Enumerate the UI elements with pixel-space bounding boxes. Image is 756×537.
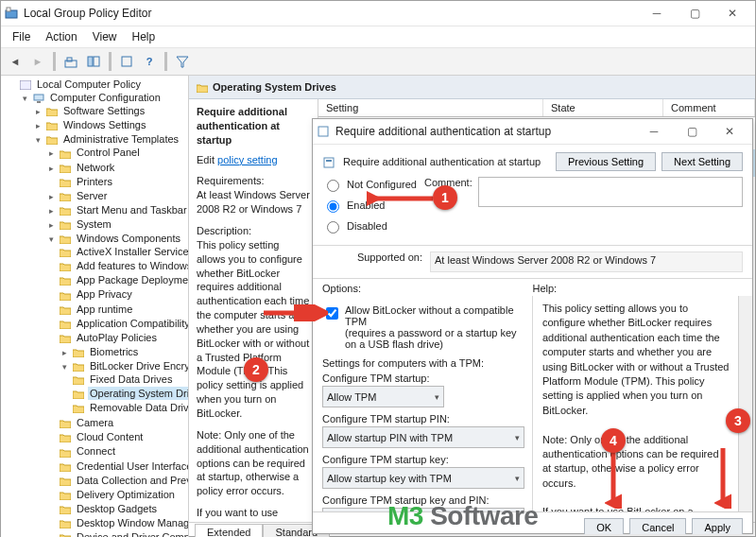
edit-link[interactable]: policy setting bbox=[217, 154, 278, 165]
previous-setting-button[interactable]: Previous Setting bbox=[556, 152, 656, 171]
tree-item[interactable]: Device and Driver Compatibility bbox=[58, 530, 186, 537]
comment-input[interactable] bbox=[478, 177, 743, 207]
window-buttons: ─ ▢ ✕ bbox=[638, 2, 751, 25]
tree-item[interactable]: ActiveX Installer Service bbox=[58, 245, 186, 259]
tree-item[interactable]: Cloud Content bbox=[58, 430, 186, 444]
tree-removable-drives[interactable]: Removable Data Drives bbox=[71, 401, 186, 415]
tree-item[interactable]: App runtime bbox=[58, 303, 186, 317]
help-label: Help: bbox=[533, 283, 744, 294]
tpm-startup-select[interactable]: Allow TPM▾ bbox=[322, 386, 444, 407]
dialog-close[interactable]: ✕ bbox=[711, 120, 748, 143]
tree-fixed-drives[interactable]: Fixed Data Drives bbox=[71, 372, 186, 387]
tree-item[interactable]: Add features to Windows 10 bbox=[58, 259, 186, 273]
col-comment[interactable]: Comment bbox=[663, 99, 755, 117]
menu-view[interactable]: View bbox=[87, 28, 123, 45]
svg-marker-7 bbox=[177, 57, 188, 67]
toolbar-sep3 bbox=[164, 52, 167, 71]
tree-pane[interactable]: Local Computer Policy ▾Computer Configur… bbox=[1, 76, 189, 537]
menubar: File Action View Help bbox=[1, 26, 755, 48]
tree-software-settings[interactable]: ▸Software Settings bbox=[31, 104, 186, 118]
tree-item[interactable]: ▸Biometrics bbox=[58, 345, 186, 359]
description-usb: If you want to use BitLocker on a comput… bbox=[197, 506, 310, 522]
tree-item[interactable]: Data Collection and Preview Builds bbox=[58, 474, 186, 488]
main-titlebar: Local Group Policy Editor ─ ▢ ✕ bbox=[1, 1, 755, 26]
tab-extended[interactable]: Extended bbox=[195, 524, 263, 537]
export-button[interactable] bbox=[116, 51, 137, 72]
menu-help[interactable]: Help bbox=[127, 28, 162, 45]
menu-file[interactable]: File bbox=[7, 28, 36, 45]
chevron-down-icon: ▾ bbox=[515, 433, 520, 442]
tree-item[interactable]: Connect bbox=[58, 444, 186, 459]
tree-printers[interactable]: Printers bbox=[44, 175, 186, 189]
folder-icon bbox=[197, 83, 208, 93]
up-button[interactable] bbox=[60, 51, 81, 72]
toolbar: ◄ ► ? bbox=[1, 48, 755, 76]
scrollbar[interactable] bbox=[738, 296, 752, 511]
annotation-circle-1: 1 bbox=[433, 185, 457, 210]
next-setting-button[interactable]: Next Setting bbox=[662, 152, 743, 171]
dialog-maximize[interactable]: ▢ bbox=[673, 120, 711, 143]
tree-item[interactable]: App Package Deployment bbox=[58, 273, 186, 287]
annotation-circle-2: 2 bbox=[244, 357, 268, 382]
col-state[interactable]: State bbox=[543, 99, 663, 117]
tree-os-drives[interactable]: Operating System Drives bbox=[71, 387, 186, 401]
svg-rect-9 bbox=[34, 95, 43, 100]
col-setting[interactable]: Setting bbox=[318, 99, 543, 117]
tree-item[interactable]: Application Compatibility bbox=[58, 317, 186, 331]
annotation-circle-4: 4 bbox=[601, 428, 626, 453]
policy-icon bbox=[317, 125, 330, 138]
help-p3: If you want to use BitLocker on a comput… bbox=[542, 505, 730, 511]
show-hide-tree-button[interactable] bbox=[83, 51, 104, 72]
maximize-button[interactable]: ▢ bbox=[676, 2, 713, 25]
close-button[interactable]: ✕ bbox=[713, 2, 751, 25]
minimize-button[interactable]: ─ bbox=[638, 2, 676, 25]
tpm-key-select[interactable]: Allow startup key with TPM▾ bbox=[322, 467, 524, 489]
tree-computer-config[interactable]: ▾Computer Configuration ▸Software Settin… bbox=[18, 91, 186, 537]
tree-system[interactable]: ▸System bbox=[44, 217, 186, 232]
description-label: Description: bbox=[197, 224, 310, 238]
tree-root[interactable]: Local Computer Policy ▾Computer Configur… bbox=[5, 78, 186, 537]
dialog-minimize[interactable]: ─ bbox=[635, 120, 673, 143]
tree-item[interactable]: AutoPlay Policies bbox=[58, 331, 186, 345]
computer-icon bbox=[31, 93, 46, 104]
menu-action[interactable]: Action bbox=[40, 28, 82, 45]
tree-item[interactable]: Camera bbox=[58, 416, 186, 430]
toolbar-sep2 bbox=[109, 52, 112, 71]
tree-item[interactable]: Desktop Gadgets bbox=[58, 502, 186, 516]
tree-start-menu[interactable]: ▸Start Menu and Taskbar bbox=[44, 203, 186, 217]
allow-without-tpm-checkbox[interactable]: Allow BitLocker without a compatible TPM… bbox=[322, 304, 523, 350]
toolbar-sep bbox=[53, 52, 56, 71]
tree-windows-components[interactable]: ▾Windows Components ActiveX Installer Se… bbox=[44, 232, 186, 537]
annotation-circle-3: 3 bbox=[726, 408, 750, 433]
tree-server[interactable]: ▸Server bbox=[44, 189, 186, 203]
supported-label: Supported on: bbox=[322, 251, 430, 272]
filter-button[interactable] bbox=[172, 51, 193, 72]
apply-button[interactable]: Apply bbox=[692, 518, 743, 534]
ok-button[interactable]: OK bbox=[584, 518, 624, 534]
options-pane: Allow BitLocker without a compatible TPM… bbox=[313, 296, 533, 511]
help-p2: Note: Only one of the additional authent… bbox=[542, 433, 730, 492]
back-button[interactable]: ◄ bbox=[5, 51, 26, 72]
tree-network[interactable]: ▸Network bbox=[44, 161, 186, 175]
svg-rect-4 bbox=[88, 57, 93, 66]
tree-item[interactable]: App Privacy bbox=[58, 287, 186, 302]
tree-bitlocker[interactable]: ▾BitLocker Drive Encryption Fixed Data D… bbox=[58, 359, 186, 416]
help-button[interactable]: ? bbox=[139, 51, 160, 72]
cancel-button[interactable]: Cancel bbox=[629, 518, 686, 534]
tpm-pin-select[interactable]: Allow startup PIN with TPM▾ bbox=[322, 426, 524, 448]
selected-policy-title: Require additional authentication at sta… bbox=[197, 105, 310, 147]
tree-admin-templates[interactable]: ▾Administrative Templates ▸Control Panel… bbox=[31, 132, 186, 537]
description-note: Note: Only one of the additional authent… bbox=[197, 428, 310, 498]
tree-control-panel[interactable]: ▸Control Panel bbox=[44, 146, 186, 160]
annotation-arrow-4 bbox=[605, 450, 622, 509]
pane-header: Operating System Drives bbox=[189, 76, 755, 99]
tree-item[interactable]: Delivery Optimization bbox=[58, 488, 186, 502]
radio-disabled[interactable]: Disabled bbox=[322, 218, 417, 234]
help-p1: This policy setting allows you to config… bbox=[542, 302, 730, 418]
tree-item[interactable]: Desktop Window Manager bbox=[58, 516, 186, 530]
tree-windows-settings[interactable]: ▸Windows Settings bbox=[31, 118, 186, 132]
forward-button[interactable]: ► bbox=[27, 51, 48, 72]
tree-item[interactable]: Credential User Interface bbox=[58, 459, 186, 474]
dialog-titlebar: Require additional authentication at sta… bbox=[313, 119, 752, 145]
app-icon bbox=[5, 7, 18, 20]
